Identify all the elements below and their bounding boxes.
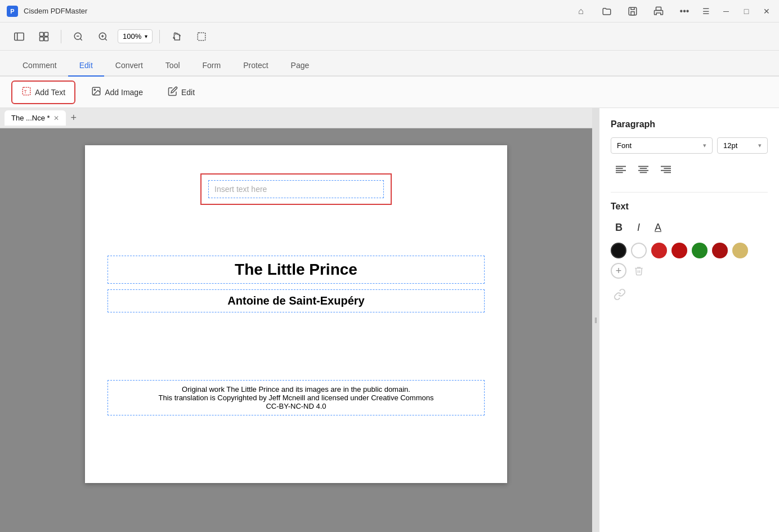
add-text-button[interactable]: T Add Text (11, 81, 75, 104)
tab-form[interactable]: Form (191, 55, 232, 77)
add-image-button[interactable]: Add Image (82, 82, 152, 102)
zoom-dropdown-icon: ▾ (145, 33, 147, 39)
font-size-selector[interactable]: 12pt ▾ (717, 137, 768, 154)
align-right-button[interactable] (656, 160, 676, 178)
toolbar-sep-1 (61, 30, 61, 43)
paragraph-section: Paragraph Font ▾ 12pt ▾ (611, 119, 768, 178)
tab-bar: The ...Nce * ✕ + (0, 108, 592, 128)
paragraph-section-title: Paragraph (611, 119, 768, 129)
link-icon[interactable] (611, 285, 629, 303)
text-format-row: B I A (611, 220, 768, 236)
tab-close-icon[interactable]: ✕ (53, 114, 59, 122)
alignment-row (611, 160, 768, 178)
svg-rect-5 (44, 32, 48, 36)
svg-rect-2 (15, 33, 24, 40)
menu-icon[interactable]: ☰ (700, 6, 711, 17)
nav-tabs: Comment Edit Convert Tool Form Protect P… (0, 51, 779, 77)
sub-toolbar: T Add Text Add Image Edit (0, 77, 779, 108)
select-tool-icon[interactable] (191, 26, 212, 47)
app-icon: P (7, 6, 18, 17)
app-title: Cisdem PDFMaster (24, 7, 565, 15)
doc-tab-title: The ...Nce * (11, 114, 50, 122)
edit-pencil-icon (168, 86, 178, 98)
add-color-button[interactable]: + (611, 263, 626, 279)
toolbar: 100% ▾ (0, 23, 779, 51)
active-text-box[interactable]: Insert text here (200, 173, 392, 205)
svg-line-12 (105, 38, 106, 40)
more-icon[interactable]: ••• (674, 1, 695, 21)
tab-convert[interactable]: Convert (104, 55, 154, 77)
italic-button[interactable]: I (633, 220, 644, 236)
svg-text:T: T (24, 89, 27, 94)
font-value: Font (617, 141, 632, 150)
panel-collapse-button[interactable]: ‖ (592, 108, 599, 532)
font-dropdown-icon: ▾ (703, 142, 706, 149)
title-text-box[interactable]: The Little Prince (108, 256, 485, 284)
svg-line-9 (80, 38, 82, 40)
minimize-icon[interactable]: ─ (720, 6, 732, 17)
zoom-value: 100% (123, 32, 141, 41)
content-area: The ...Nce * ✕ + Insert text here (0, 108, 592, 532)
footer-line3: CC-BY-NC-ND 4.0 (115, 402, 477, 410)
zoom-in-icon[interactable] (93, 26, 113, 47)
maximize-icon[interactable]: □ (741, 6, 752, 17)
author-text-box[interactable]: Antoine de Saint-Exupéry (108, 289, 485, 312)
align-center-icon (638, 165, 648, 174)
pdf-viewer[interactable]: Insert text here The Little Prince Antoi… (0, 128, 592, 532)
align-center-button[interactable] (633, 160, 653, 178)
footer-text-box[interactable]: Original work The Little Prince and its … (108, 380, 485, 415)
text-input-area[interactable]: Insert text here (208, 180, 384, 198)
hand-tool-icon[interactable] (167, 26, 187, 47)
main-content: The ...Nce * ✕ + Insert text here (0, 108, 779, 532)
text-section-title: Text (611, 202, 768, 212)
sidebar-toggle-icon[interactable] (9, 26, 29, 47)
add-image-label: Add Image (105, 88, 143, 97)
tab-protect[interactable]: Protect (232, 55, 279, 77)
thumbnail-icon[interactable] (34, 26, 54, 47)
font-selector[interactable]: Font ▾ (611, 137, 713, 154)
zoom-out-icon[interactable] (68, 26, 88, 47)
author-text: Antoine de Saint-Exupéry (227, 294, 364, 307)
color-row: + (611, 243, 768, 279)
color-green[interactable] (692, 243, 708, 258)
window-controls: ☰ ─ □ ✕ (700, 6, 772, 17)
footer-line2: This translation is Copyrighted by Jeff … (115, 394, 477, 402)
tab-tool[interactable]: Tool (154, 55, 191, 77)
zoom-selector[interactable]: 100% ▾ (118, 29, 153, 43)
pdf-page: Insert text here The Little Prince Antoi… (85, 145, 507, 483)
color-red2[interactable] (671, 243, 687, 258)
delete-color-button[interactable] (631, 263, 647, 279)
close-icon[interactable]: ✕ (761, 6, 772, 17)
link-row (611, 285, 768, 303)
align-right-icon (661, 165, 671, 174)
color-red3[interactable] (712, 243, 728, 258)
title-text: The Little Prince (235, 261, 357, 278)
tab-page[interactable]: Page (280, 55, 321, 77)
tab-edit[interactable]: Edit (68, 55, 104, 77)
placeholder-text: Insert text here (214, 185, 267, 194)
align-left-button[interactable] (611, 160, 631, 178)
color-white[interactable] (631, 243, 647, 258)
tab-comment[interactable]: Comment (11, 55, 68, 77)
font-row: Font ▾ 12pt ▾ (611, 137, 768, 154)
folder-icon[interactable] (597, 1, 617, 21)
footer-line1: Original work The Little Prince and its … (115, 385, 477, 394)
new-tab-button[interactable]: + (66, 110, 82, 126)
edit-button[interactable]: Edit (159, 82, 204, 102)
toolbar-sep-2 (159, 30, 160, 43)
color-black[interactable] (611, 243, 626, 258)
text-section: Text B I A + (611, 202, 768, 303)
document-tab[interactable]: The ...Nce * ✕ (5, 110, 66, 126)
home-icon[interactable]: ⌂ (571, 1, 591, 21)
save-icon[interactable] (623, 1, 643, 21)
color-red1[interactable] (651, 243, 667, 258)
text-add-icon: T (21, 86, 32, 99)
print-icon[interactable] (648, 1, 669, 21)
right-panel: Paragraph Font ▾ 12pt ▾ (599, 108, 779, 532)
svg-rect-1 (656, 7, 661, 10)
color-gold[interactable] (732, 243, 748, 258)
bold-button[interactable]: B (611, 220, 627, 236)
svg-rect-7 (44, 37, 48, 41)
image-add-icon (91, 86, 101, 98)
color-text-button[interactable]: A (650, 220, 666, 236)
